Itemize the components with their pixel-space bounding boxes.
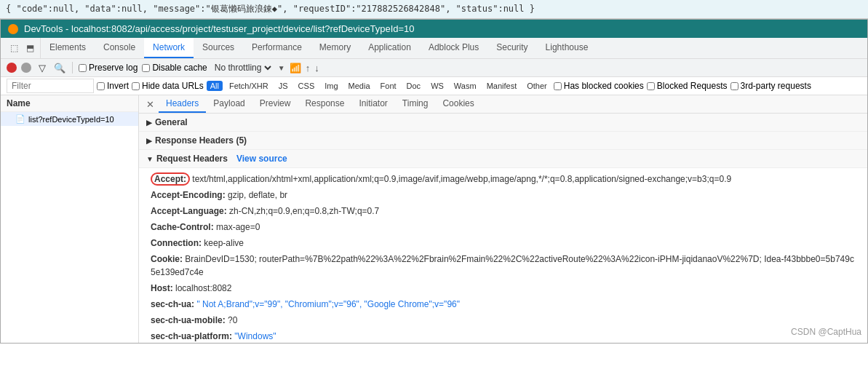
sub-tab-payload[interactable]: Payload (206, 95, 252, 113)
tab-lighthouse[interactable]: Lighthouse (537, 38, 597, 58)
filter-toggle-button[interactable]: ▽ (36, 61, 49, 74)
tab-console[interactable]: Console (95, 38, 144, 58)
invert-checkbox[interactable]: Invert (97, 81, 129, 91)
tab-bar: ⬚ ⬒ Elements Console Network Sources Per… (1, 38, 867, 59)
list-item[interactable]: 📄 list?refDeviceTypeId=10 (1, 112, 138, 126)
response-headers-section-header[interactable]: ▶ Response Headers (5) (139, 132, 867, 150)
general-arrow-icon: ▶ (146, 119, 152, 127)
filter-tag-wasm[interactable]: Wasm (450, 81, 480, 91)
title-url: DevTools - localhost:8082/api/access/pro… (24, 23, 415, 34)
sub-tab-close[interactable]: ✕ (142, 96, 159, 113)
header-row-sec-ch-ua-platform: sec-ch-ua-platform: "Windows" (139, 328, 867, 343)
disable-cache-checkbox[interactable]: Disable cache (142, 63, 207, 73)
throttle-select[interactable]: No throttling (212, 62, 274, 74)
sec-ch-ua-mobile-value: ?0 (228, 315, 237, 325)
accept-header-name: Accept: (154, 174, 186, 184)
filter-bar: Invert Hide data URLs All Fetch/XHR JS C… (1, 77, 867, 95)
blocked-requests-checkbox[interactable]: Blocked Requests (647, 81, 728, 91)
sec-ch-ua-mobile-name: sec-ch-ua-mobile: (151, 315, 226, 325)
has-blocked-cookies-checkbox[interactable]: Has blocked cookies (554, 81, 644, 91)
sub-tab-headers[interactable]: Headers (159, 95, 206, 113)
request-headers-arrow-icon: ▼ (146, 155, 154, 163)
inspect-icon[interactable]: ⬚ (7, 41, 21, 55)
tab-security[interactable]: Security (487, 38, 536, 58)
connection-value: keep-alive (204, 238, 244, 248)
host-value: localhost:8082 (175, 283, 231, 293)
general-section-header[interactable]: ▶ General (139, 114, 867, 132)
tab-memory[interactable]: Memory (311, 38, 359, 58)
network-list: Name 📄 list?refDeviceTypeId=10 (1, 95, 139, 343)
search-button[interactable]: 🔍 (53, 61, 66, 74)
filter-tag-all[interactable]: All (207, 81, 223, 91)
sec-ch-ua-platform-value: "Windows" (234, 331, 276, 341)
json-bar: { "code":null, "data":null, "message":"银… (0, 0, 868, 19)
third-party-checkbox[interactable]: 3rd-party requests (730, 81, 811, 91)
cookie-name: Cookie: (151, 254, 183, 264)
network-toolbar: ▽ 🔍 Preserve log Disable cache No thrott… (1, 59, 867, 77)
tab-adblock[interactable]: Adblock Plus (420, 38, 487, 58)
sub-tab-timing[interactable]: Timing (395, 95, 436, 113)
sec-ch-ua-value: " Not A;Brand";v="99", "Chromium";v="96"… (196, 299, 460, 309)
accept-language-name: Accept-Language: (151, 206, 227, 216)
filter-tag-manifest[interactable]: Manifest (483, 81, 521, 91)
header-row-cookie: Cookie: BrainDevID=1530; routerPath=%7B%… (139, 251, 867, 280)
preserve-log-checkbox[interactable]: Preserve log (79, 63, 138, 73)
accept-language-value: zh-CN,zh;q=0.9,en;q=0.8,zh-TW;q=0.7 (229, 206, 379, 216)
title-bar: DevTools - localhost:8082/api/access/pro… (1, 20, 867, 38)
tab-performance[interactable]: Performance (243, 38, 311, 58)
filter-tag-img[interactable]: Img (321, 81, 341, 91)
filter-input[interactable] (7, 79, 94, 93)
sub-tab-response[interactable]: Response (298, 95, 351, 113)
header-row-cache-control: Cache-Control: max-age=0 (139, 219, 867, 235)
header-row-accept: Accept: text/html,application/xhtml+xml,… (139, 171, 867, 187)
header-row-connection: Connection: keep-alive (139, 235, 867, 251)
host-name: Host: (151, 283, 173, 293)
request-headers-body: Accept: text/html,application/xhtml+xml,… (139, 168, 867, 343)
connection-name: Connection: (151, 238, 202, 248)
filter-tag-font[interactable]: Font (377, 81, 400, 91)
favicon (8, 24, 18, 34)
accept-encoding-value: gzip, deflate, br (228, 190, 287, 200)
filter-tag-fetchxhr[interactable]: Fetch/XHR (226, 81, 272, 91)
main-area: Name 📄 list?refDeviceTypeId=10 ✕ Headers… (1, 95, 867, 343)
upload-icon[interactable]: ↑ (306, 63, 311, 74)
record-button[interactable] (7, 63, 17, 73)
filter-tag-other[interactable]: Other (523, 81, 551, 91)
view-source-link[interactable]: View source (236, 154, 287, 164)
download-icon[interactable]: ↓ (314, 63, 319, 74)
tab-elements[interactable]: Elements (41, 38, 95, 58)
header-row-sec-ch-ua-mobile: sec-ch-ua-mobile: ?0 (139, 312, 867, 328)
filter-tag-css[interactable]: CSS (295, 81, 319, 91)
sub-tab-initiator[interactable]: Initiator (351, 95, 394, 113)
response-headers-arrow-icon: ▶ (146, 137, 152, 145)
clear-button[interactable] (21, 63, 31, 73)
request-headers-section-header[interactable]: ▼ Request Headers View source (139, 150, 867, 168)
filter-tag-doc[interactable]: Doc (403, 81, 425, 91)
file-icon: 📄 (15, 114, 25, 124)
cache-control-value: max-age=0 (216, 222, 260, 232)
hide-data-urls-checkbox[interactable]: Hide data URLs (132, 81, 204, 91)
watermark: CSDN @CaptHua (791, 327, 861, 337)
throttle-arrow-icon: ▼ (278, 64, 285, 72)
sec-ch-ua-name: sec-ch-ua: (151, 299, 194, 309)
tab-application[interactable]: Application (359, 38, 420, 58)
header-row-host: Host: localhost:8082 (139, 280, 867, 296)
sub-tab-cookies[interactable]: Cookies (435, 95, 481, 113)
sub-tab-bar: ✕ Headers Payload Preview Response Initi… (139, 95, 867, 114)
device-icon[interactable]: ⬒ (23, 41, 37, 55)
sub-tab-preview[interactable]: Preview (252, 95, 298, 113)
wifi-icon[interactable]: 📶 (290, 63, 301, 74)
accept-encoding-name: Accept-Encoding: (151, 190, 226, 200)
detail-panel: ✕ Headers Payload Preview Response Initi… (139, 95, 867, 343)
cookie-value: BrainDevID=1530; routerPath=%7B%22path%2… (151, 254, 854, 277)
accept-header-value: text/html,application/xhtml+xml,applicat… (192, 174, 731, 184)
header-row-accept-language: Accept-Language: zh-CN,zh;q=0.9,en;q=0.8… (139, 203, 867, 219)
headers-content: ▶ General ▶ Response Headers (5) ▼ Reque… (139, 114, 867, 343)
sec-ch-ua-platform-name: sec-ch-ua-platform: (151, 331, 232, 341)
tab-network[interactable]: Network (144, 38, 194, 58)
tab-sources[interactable]: Sources (194, 38, 243, 58)
filter-tag-media[interactable]: Media (345, 81, 374, 91)
filter-tag-ws[interactable]: WS (427, 81, 447, 91)
filter-tag-js[interactable]: JS (275, 81, 292, 91)
header-row-accept-encoding: Accept-Encoding: gzip, deflate, br (139, 187, 867, 203)
